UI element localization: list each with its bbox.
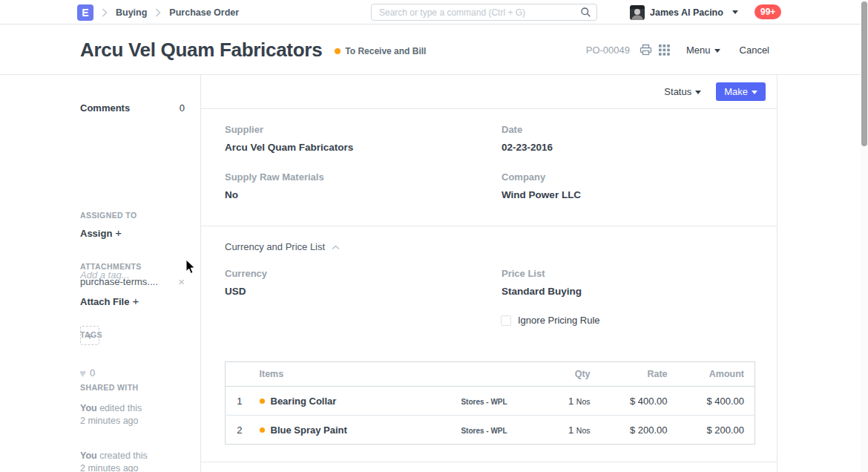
- header-amount: Amount: [677, 362, 755, 387]
- uom: Nos: [576, 426, 591, 435]
- avatar: [630, 5, 645, 20]
- status-indicator: To Receive and Bill: [335, 46, 426, 56]
- field-date: Date 02-23-2016: [502, 124, 553, 153]
- menu-button[interactable]: Menu: [686, 45, 720, 56]
- like-count: 0: [90, 367, 95, 378]
- breadcrumb-item-purchase-order[interactable]: Purchase Order: [169, 7, 239, 18]
- caret-down-icon: [714, 49, 720, 53]
- row-index: 1: [226, 387, 254, 416]
- field-supplier: Supplier Arcu Vel Quam Fabricators: [225, 124, 353, 153]
- caret-down-icon: [732, 10, 738, 14]
- page-title: Arcu Vel Quam Fabricators: [80, 39, 322, 62]
- form-sidebar: Comments 0 ASSIGNED TO Assign+ ATTACHMEN…: [0, 75, 201, 472]
- warehouse: Stores - WPL: [461, 427, 507, 435]
- ignore-pricing-rule-checkbox[interactable]: Ignore Pricing Rule: [501, 315, 600, 326]
- section-currency-price-list[interactable]: Currency and Price List: [225, 241, 340, 252]
- grid-report-icon[interactable]: [659, 45, 670, 56]
- item-name[interactable]: Blue Spray Paint: [271, 425, 347, 436]
- comments-section: Comments 0: [80, 102, 185, 114]
- item-status-dot-icon: [260, 427, 265, 433]
- plus-icon: +: [87, 330, 93, 342]
- plus-icon: +: [132, 295, 139, 307]
- item-status-dot-icon: [260, 399, 265, 404]
- make-button[interactable]: Make: [716, 82, 766, 101]
- remove-attachment-icon[interactable]: ×: [178, 276, 185, 287]
- qty-value: 1: [568, 425, 573, 436]
- chevron-right-icon: [102, 8, 108, 17]
- table-row[interactable]: 1 Bearing Collar Stores - WPL 1 Nos $ 40…: [226, 387, 755, 416]
- page-head: Arcu Vel Quam Fabricators To Receive and…: [0, 25, 868, 75]
- warehouse: Stores - WPL: [461, 398, 507, 406]
- header-rate: Rate: [599, 362, 677, 387]
- items-table: Items Qty Rate Amount 1 Bearing Collar S…: [225, 361, 755, 445]
- checkbox-label: Ignore Pricing Rule: [518, 315, 600, 326]
- global-search[interactable]: [371, 4, 597, 21]
- print-icon[interactable]: [640, 44, 652, 56]
- amount-value: $ 400.00: [677, 387, 755, 416]
- like-section: ♥ 0: [79, 367, 95, 379]
- caret-down-icon: [695, 91, 701, 94]
- field-supply-raw-materials: Supply Raw Materials No: [225, 171, 324, 200]
- form-main: Status Make Supplier Arcu Vel Quam Fabri…: [201, 75, 777, 472]
- table-row[interactable]: 2 Blue Spray Paint Stores - WPL 1 Nos $ …: [226, 416, 755, 445]
- rate-value: $ 200.00: [599, 416, 677, 445]
- chevron-up-icon: [332, 241, 340, 252]
- field-company: Company Wind Power LLC: [502, 171, 581, 200]
- field-price-list: Price List Standard Buying: [502, 268, 582, 297]
- section-divider: [201, 226, 777, 226]
- activity-created: You created this 2 minutes ago: [80, 450, 148, 472]
- share-add-button[interactable]: +: [80, 326, 99, 345]
- search-input[interactable]: [372, 7, 580, 18]
- status-indicator-label: To Receive and Bill: [345, 46, 426, 56]
- breadcrumb: E Buying Purchase Order: [77, 0, 239, 24]
- form-toolbar: Status Make: [201, 75, 777, 109]
- notifications-badge[interactable]: 99+: [754, 4, 781, 19]
- header-warehouse: [440, 362, 529, 387]
- header-items: Items: [254, 362, 440, 387]
- plus-icon: +: [115, 226, 122, 239]
- comments-link[interactable]: Comments: [80, 102, 130, 114]
- heart-icon[interactable]: ♥: [79, 367, 86, 379]
- qty-value: 1: [568, 396, 573, 407]
- chevron-right-icon: [155, 8, 161, 17]
- rate-value: $ 400.00: [599, 387, 677, 416]
- shared-with-label: SHARED WITH: [80, 383, 138, 392]
- user-name: James Al Pacino: [650, 7, 723, 18]
- search-icon: [580, 7, 591, 18]
- activity-edited: You edited this 2 minutes ago: [80, 402, 142, 427]
- field-currency: Currency USD: [225, 268, 267, 297]
- section-divider: [201, 462, 777, 462]
- header-idx: [226, 362, 254, 387]
- doc-id: PO-00049: [586, 45, 630, 56]
- comments-count: 0: [180, 102, 185, 114]
- navbar: E Buying Purchase Order James Al Pacino …: [0, 0, 868, 24]
- cancel-button[interactable]: Cancel: [740, 45, 769, 56]
- assigned-to-label: ASSIGNED TO: [80, 211, 137, 220]
- header-qty: Qty: [529, 362, 599, 387]
- app-logo[interactable]: E: [77, 4, 93, 21]
- uom: Nos: [576, 397, 591, 406]
- status-dot-icon: [335, 48, 341, 54]
- user-menu[interactable]: James Al Pacino: [630, 0, 738, 24]
- attach-file-button[interactable]: Attach File+: [80, 295, 139, 307]
- item-name[interactable]: Bearing Collar: [271, 396, 337, 407]
- scrollbar-track[interactable]: [861, 0, 868, 472]
- row-index: 2: [226, 416, 254, 445]
- scrollbar-thumb[interactable]: [861, 1, 867, 146]
- checkbox-icon: [501, 315, 511, 326]
- assign-button[interactable]: Assign+: [80, 226, 122, 239]
- status-button[interactable]: Status: [660, 83, 706, 100]
- caret-down-icon: [752, 91, 757, 94]
- breadcrumb-item-buying[interactable]: Buying: [116, 7, 147, 18]
- amount-value: $ 200.00: [677, 416, 755, 445]
- items-table-header: Items Qty Rate Amount: [226, 362, 755, 387]
- tag-input[interactable]: [80, 269, 177, 281]
